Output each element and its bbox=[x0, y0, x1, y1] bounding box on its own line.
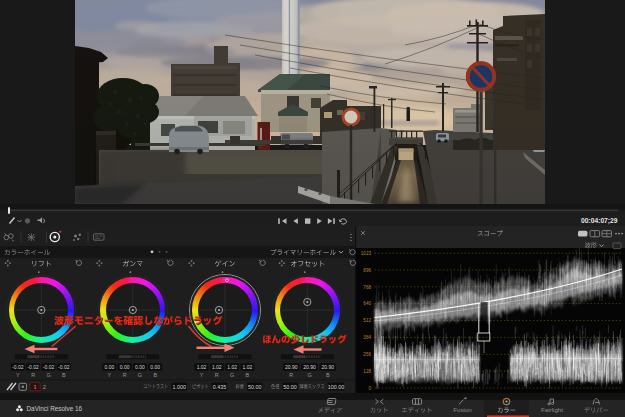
svg-text:Fairlight: Fairlight bbox=[541, 406, 563, 413]
svg-text:Fusion: Fusion bbox=[453, 406, 472, 413]
svg-text:DaVinci Resolve 16: DaVinci Resolve 16 bbox=[27, 405, 83, 412]
